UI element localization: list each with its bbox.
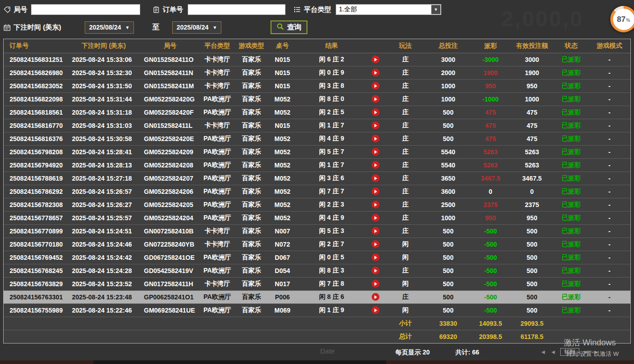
list-icon — [294, 6, 301, 13]
play-button[interactable] — [372, 214, 379, 222]
play-button[interactable] — [372, 82, 379, 90]
table-row[interactable]: 2508241567949202025-08-24 15:28:13GM0522… — [4, 158, 630, 172]
cell-round: GM05225824205 — [142, 198, 199, 211]
cell-platform: 卡卡湾厅 — [199, 66, 236, 79]
column-header: 结果 — [298, 39, 365, 53]
pagination-controls: ◄ ◄ 转到 ► ► — [540, 348, 599, 356]
cell-payout: -500 — [471, 290, 510, 303]
play-button[interactable] — [372, 267, 379, 274]
pager-last-icon[interactable]: ► — [593, 349, 599, 355]
cell-order: 250824156823052 — [4, 79, 70, 92]
query-button[interactable]: 查询 — [271, 20, 307, 34]
table-row[interactable]: 2508241568312512025-08-24 15:33:06GN0152… — [4, 53, 630, 66]
cell-total-bet: 500 — [425, 224, 471, 238]
table-row[interactable]: 2508241568230522025-08-24 15:31:50GN0152… — [4, 79, 630, 92]
play-button[interactable] — [372, 306, 379, 314]
cell-time: 2025-08-24 15:33:06 — [70, 53, 142, 66]
chevron-down-icon: ▼ — [213, 25, 217, 30]
cell-result: 闲 2 庄 3 — [298, 198, 365, 211]
cell-table-no: M052 — [267, 158, 298, 172]
play-button[interactable] — [372, 227, 379, 235]
cell-replay — [365, 172, 385, 185]
play-button[interactable] — [372, 161, 379, 169]
page-goto-box[interactable]: 转到 — [560, 348, 579, 356]
round-number-input[interactable] — [31, 4, 140, 15]
cell-round: GM069258241UE — [142, 303, 199, 317]
table-row[interactable]: 2508241568269802025-08-24 15:32:30GN0152… — [4, 66, 630, 79]
cell-side: 庄 — [385, 211, 425, 224]
cell-result: 闲 5 庄 3 — [298, 224, 365, 238]
cell-result: 闲 7 庄 7 — [298, 185, 365, 198]
column-header: 桌号 — [267, 39, 298, 53]
cell-total-bet: 1000 — [425, 92, 471, 106]
date-to-value: 2025/08/24 — [177, 24, 209, 31]
summary-valid-bet: 61178.5 — [510, 330, 554, 343]
table-row[interactable]: 2508241567708992025-08-24 15:24:51GN0072… — [4, 224, 630, 238]
table-row[interactable]: 2508241567694522025-08-24 15:24:42GD0672… — [4, 251, 630, 264]
cell-table-no: M052 — [267, 172, 298, 185]
chevron-down-icon: ▼ — [431, 5, 440, 14]
betting-records-app: 局号 订单号 平台类型 1.全部 ▼ — [0, 0, 634, 364]
table-row[interactable]: 2508241567682452025-08-24 15:24:28GD0542… — [4, 264, 630, 277]
cell-order: 250824156770180 — [4, 238, 70, 251]
date-from-picker[interactable]: 2025/08/24 ▼ — [85, 21, 134, 34]
play-button[interactable] — [372, 56, 379, 63]
summary-empty — [554, 317, 588, 330]
cell-platform: PA欧洲厅 — [199, 145, 236, 158]
play-button[interactable] — [372, 240, 379, 248]
cell-result: 闲 8 庄 6 — [298, 290, 365, 303]
table-row[interactable]: 2508241567886192025-08-24 15:27:18GM0522… — [4, 172, 630, 185]
table-row[interactable]: 2508241567633012025-08-24 15:23:48GP0062… — [4, 290, 630, 303]
table-row[interactable]: 2508241567701802025-08-24 15:24:46GN0722… — [4, 238, 630, 251]
play-button[interactable] — [372, 121, 379, 129]
cell-platform: PA欧洲厅 — [199, 290, 236, 303]
play-button[interactable] — [372, 95, 379, 103]
cell-table-no: M052 — [267, 198, 298, 211]
cell-total-bet: 5540 — [425, 158, 471, 172]
table-row[interactable]: 2508241567638292025-08-24 15:23:52GN0172… — [4, 277, 630, 290]
play-button[interactable] — [372, 187, 379, 195]
play-button[interactable] — [372, 148, 379, 156]
table-row[interactable]: 2508241568167702025-08-24 15:31:03GN0152… — [4, 119, 630, 132]
order-number-input[interactable] — [188, 4, 286, 15]
table-row[interactable]: 2508241567786572025-08-24 15:25:57GM0522… — [4, 211, 630, 224]
table-row[interactable]: 2508241567982082025-08-24 15:28:41GM0522… — [4, 145, 630, 158]
cell-status: 已派彩 — [554, 79, 588, 92]
pager-prev-icon[interactable]: ◄ — [550, 349, 556, 355]
table-row[interactable]: 2508241568163762025-08-24 15:30:58GM0522… — [4, 132, 630, 145]
cell-total-bet: 500 — [425, 132, 471, 145]
table-row[interactable]: 2508241568185612025-08-24 15:31:18GM0522… — [4, 106, 630, 119]
date-to-picker[interactable]: 2025/08/24 ▼ — [172, 21, 221, 34]
play-button[interactable] — [372, 108, 379, 116]
play-button[interactable] — [372, 69, 379, 76]
cell-total-bet: 500 — [425, 251, 471, 264]
pager-next-icon[interactable]: ► — [583, 349, 589, 355]
cell-status: 已派彩 — [554, 66, 588, 79]
subtotal-row: 小计3383014093.529093.5 — [4, 317, 630, 330]
table-row[interactable]: 2508241568220982025-08-24 15:31:44GM0522… — [4, 92, 630, 106]
table-row[interactable]: 2508241567823082025-08-24 15:26:27GM0522… — [4, 198, 630, 211]
summary-payout: 20398.5 — [471, 330, 510, 343]
play-button[interactable] — [372, 253, 379, 261]
calendar-icon — [4, 24, 10, 31]
play-button[interactable] — [372, 280, 379, 288]
cell-round: GM0522582420E — [142, 132, 199, 145]
play-button[interactable] — [372, 135, 379, 142]
play-button[interactable] — [372, 293, 379, 301]
platform-type-select[interactable]: 1.全部 ▼ — [336, 4, 441, 15]
cell-replay — [365, 158, 385, 172]
cell-order: 250824156769452 — [4, 251, 70, 264]
table-row[interactable]: 2508241567862922025-08-24 15:26:57GM0522… — [4, 185, 630, 198]
play-button[interactable] — [372, 201, 379, 208]
column-header: 下注时间 (美东) — [70, 39, 142, 53]
page-size-label[interactable]: 每页显示 20 — [395, 349, 429, 357]
cell-total-bet: 500 — [425, 119, 471, 132]
play-button[interactable] — [372, 174, 379, 182]
cell-payout: 5263 — [471, 145, 510, 158]
cell-table-no: N015 — [267, 66, 298, 79]
cell-result: 闲 2 庄 7 — [298, 238, 365, 251]
summary-total-bet: 69320 — [425, 330, 471, 343]
pager-first-icon[interactable]: ◄ — [540, 349, 546, 355]
cell-game: 百家乐 — [236, 132, 267, 145]
table-row[interactable]: 2508241567559892025-08-24 15:22:46GM0692… — [4, 303, 630, 317]
